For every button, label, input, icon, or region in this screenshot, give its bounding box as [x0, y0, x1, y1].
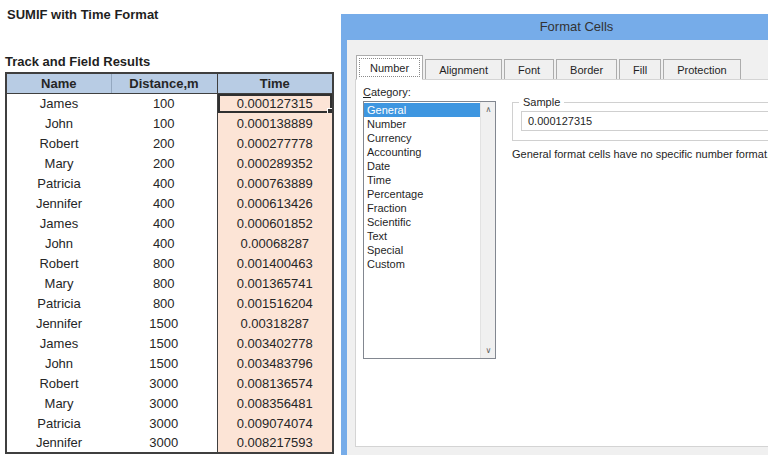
column-header-name[interactable]: Name	[6, 73, 111, 93]
category-item-currency[interactable]: Currency	[364, 131, 480, 145]
name-cell[interactable]: Jennifer	[6, 193, 111, 213]
tab-font[interactable]: Font	[504, 59, 554, 80]
distance-cell[interactable]: 400	[111, 173, 217, 193]
screen: SUMIF with Time Format Track and Field R…	[0, 0, 768, 463]
name-cell[interactable]: John	[6, 353, 111, 373]
distance-cell[interactable]: 400	[111, 193, 217, 213]
category-listbox: GeneralNumberCurrencyAccountingDateTimeP…	[363, 101, 496, 359]
sample-group: Sample 0.000127315	[512, 96, 768, 141]
scroll-up-icon[interactable]: ∧	[481, 102, 496, 117]
name-cell[interactable]: Jennifer	[6, 433, 111, 453]
name-cell[interactable]: James	[6, 213, 111, 233]
distance-cell[interactable]: 200	[111, 153, 217, 173]
name-cell[interactable]: Robert	[6, 373, 111, 393]
category-item-date[interactable]: Date	[364, 159, 480, 173]
table-row: Patricia30000.009074074	[6, 413, 333, 433]
table-row: Mary8000.001365741	[6, 273, 333, 293]
time-cell[interactable]: 0.000613426	[217, 193, 333, 213]
category-item-percentage[interactable]: Percentage	[364, 187, 480, 201]
tab-number[interactable]: Number	[356, 55, 423, 80]
distance-cell[interactable]: 800	[111, 293, 217, 313]
table-row: Patricia8000.001516204	[6, 293, 333, 313]
time-cell[interactable]: 0.001400463	[217, 253, 333, 273]
time-cell[interactable]: 0.000289352	[217, 153, 333, 173]
name-cell[interactable]: Robert	[6, 253, 111, 273]
name-cell[interactable]: Mary	[6, 393, 111, 413]
category-item-text[interactable]: Text	[364, 229, 480, 243]
table-row: Mary30000.008356481	[6, 393, 333, 413]
time-cell[interactable]: 0.003483796	[217, 353, 333, 373]
name-cell[interactable]: James	[6, 333, 111, 353]
time-cell[interactable]: 0.008356481	[217, 393, 333, 413]
tab-alignment[interactable]: Alignment	[425, 59, 502, 80]
time-cell[interactable]: 0.000763889	[217, 173, 333, 193]
time-cell[interactable]: 0.000601852	[217, 213, 333, 233]
table-title: Track and Field Results	[5, 54, 150, 69]
format-cells-dialog: Format Cells NumberAlignmentFontBorderFi…	[341, 14, 768, 455]
name-cell[interactable]: Patricia	[6, 413, 111, 433]
column-header-time[interactable]: Time	[217, 73, 333, 93]
distance-cell[interactable]: 400	[111, 233, 217, 253]
column-header-distancem[interactable]: Distance,m	[111, 73, 217, 93]
dialog-tabs: NumberAlignmentFontBorderFillProtection	[356, 55, 743, 80]
time-cell[interactable]: 0.000138889	[217, 113, 333, 133]
category-item-time[interactable]: Time	[364, 173, 480, 187]
distance-cell[interactable]: 400	[111, 213, 217, 233]
tab-border[interactable]: Border	[556, 59, 617, 80]
distance-cell[interactable]: 100	[111, 93, 217, 113]
distance-cell[interactable]: 3000	[111, 413, 217, 433]
distance-cell[interactable]: 1500	[111, 353, 217, 373]
name-cell[interactable]: Mary	[6, 153, 111, 173]
distance-cell[interactable]: 100	[111, 113, 217, 133]
time-cell[interactable]: 0.000127315	[217, 93, 333, 113]
table-row: Jennifer4000.000613426	[6, 193, 333, 213]
tab-protection[interactable]: Protection	[663, 59, 741, 80]
time-cell[interactable]: 0.009074074	[217, 413, 333, 433]
category-item-custom[interactable]: Custom	[364, 257, 480, 271]
name-cell[interactable]: Jennifer	[6, 313, 111, 333]
category-item-accounting[interactable]: Accounting	[364, 145, 480, 159]
category-item-number[interactable]: Number	[364, 117, 480, 131]
time-cell[interactable]: 0.001516204	[217, 293, 333, 313]
time-cell[interactable]: 0.001365741	[217, 273, 333, 293]
sample-group-label: Sample	[519, 96, 564, 108]
category-item-scientific[interactable]: Scientific	[364, 215, 480, 229]
table-header-row: NameDistance,mTime	[6, 73, 333, 93]
tab-fill[interactable]: Fill	[619, 59, 661, 80]
name-cell[interactable]: John	[6, 113, 111, 133]
time-cell[interactable]: 0.00318287	[217, 313, 333, 333]
dialog-titlebar[interactable]: Format Cells	[347, 14, 768, 40]
distance-cell[interactable]: 200	[111, 133, 217, 153]
name-cell[interactable]: Robert	[6, 133, 111, 153]
table-row: John4000.00068287	[6, 233, 333, 253]
name-cell[interactable]: James	[6, 93, 111, 113]
distance-cell[interactable]: 3000	[111, 433, 217, 453]
name-cell[interactable]: Patricia	[6, 173, 111, 193]
number-tab-panel: Category: GeneralNumberCurrencyAccountin…	[355, 79, 768, 447]
distance-cell[interactable]: 800	[111, 273, 217, 293]
category-item-fraction[interactable]: Fraction	[364, 201, 480, 215]
distance-cell[interactable]: 3000	[111, 393, 217, 413]
time-cell[interactable]: 0.000277778	[217, 133, 333, 153]
category-scrollbar[interactable]: ∧ ∨	[480, 102, 495, 358]
time-cell[interactable]: 0.00068287	[217, 233, 333, 253]
table-row: Jennifer15000.00318287	[6, 313, 333, 333]
table-row: James4000.000601852	[6, 213, 333, 233]
name-cell[interactable]: Mary	[6, 273, 111, 293]
results-table: NameDistance,mTime James1000.000127315Jo…	[5, 72, 334, 454]
distance-cell[interactable]: 3000	[111, 373, 217, 393]
category-item-special[interactable]: Special	[364, 243, 480, 257]
scroll-down-icon[interactable]: ∨	[481, 343, 496, 358]
time-cell[interactable]: 0.008136574	[217, 373, 333, 393]
table-row: James15000.003402778	[6, 333, 333, 353]
category-item-general[interactable]: General	[364, 103, 480, 117]
distance-cell[interactable]: 1500	[111, 333, 217, 353]
format-description: General format cells have no specific nu…	[512, 148, 768, 160]
time-cell[interactable]: 0.008217593	[217, 433, 333, 453]
name-cell[interactable]: Patricia	[6, 293, 111, 313]
distance-cell[interactable]: 1500	[111, 313, 217, 333]
distance-cell[interactable]: 800	[111, 253, 217, 273]
name-cell[interactable]: John	[6, 233, 111, 253]
time-cell[interactable]: 0.003402778	[217, 333, 333, 353]
table-row: James1000.000127315	[6, 93, 333, 113]
